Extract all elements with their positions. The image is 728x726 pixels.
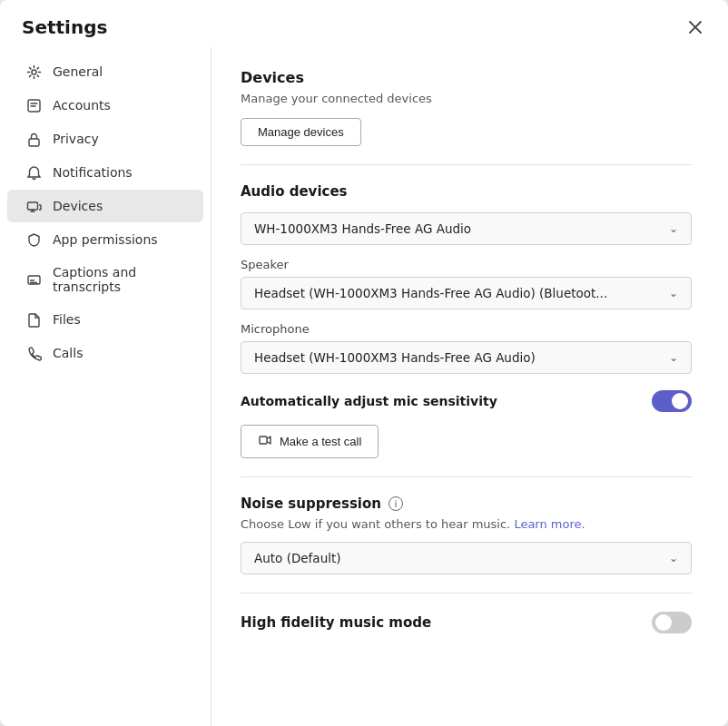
sidebar-label-accounts: Accounts bbox=[53, 98, 111, 113]
title-bar: Settings bbox=[0, 0, 728, 47]
divider-2 bbox=[241, 476, 692, 477]
speaker-dropdown[interactable]: Headset (WH-1000XM3 Hands-Free AG Audio)… bbox=[241, 277, 692, 309]
test-call-button[interactable]: Make a test call bbox=[241, 425, 379, 458]
audio-devices-title: Audio devices bbox=[241, 183, 692, 200]
learn-more-link[interactable]: Learn more. bbox=[514, 517, 585, 531]
toggle-track[interactable] bbox=[652, 390, 692, 412]
sidebar: General Accounts Priva bbox=[0, 47, 211, 726]
noise-title: Noise suppression bbox=[241, 495, 381, 512]
microphone-dropdown[interactable]: Headset (WH-1000XM3 Hands-Free AG Audio)… bbox=[241, 341, 692, 374]
main-content: Devices Manage your connected devices Ma… bbox=[211, 47, 728, 726]
microphone-value: Headset (WH-1000XM3 Hands-Free AG Audio) bbox=[254, 350, 536, 365]
sidebar-item-accounts[interactable]: Accounts bbox=[7, 89, 203, 122]
sidebar-item-app-permissions[interactable]: App permissions bbox=[7, 223, 203, 256]
speaker-chevron-icon: ⌄ bbox=[669, 287, 678, 299]
test-call-label: Make a test call bbox=[280, 435, 361, 448]
noise-suppression-section: Noise suppression i Choose Low if you wa… bbox=[241, 495, 692, 574]
audio-device-value: WH-1000XM3 Hands-Free AG Audio bbox=[254, 221, 471, 236]
noise-header: Noise suppression i bbox=[241, 495, 692, 512]
devices-subtitle: Manage your connected devices bbox=[241, 92, 692, 105]
lock-icon bbox=[25, 131, 42, 147]
sidebar-label-notifications: Notifications bbox=[53, 165, 133, 180]
sidebar-item-captions[interactable]: Captions and transcripts bbox=[7, 257, 203, 302]
sidebar-item-devices[interactable]: Devices bbox=[7, 190, 203, 222]
devices-icon bbox=[25, 198, 42, 214]
sidebar-item-files[interactable]: Files bbox=[7, 303, 203, 336]
microphone-label: Microphone bbox=[241, 322, 692, 336]
hifi-toggle[interactable] bbox=[652, 612, 692, 633]
content-area: General Accounts Priva bbox=[0, 47, 728, 726]
noise-value: Auto (Default) bbox=[254, 551, 341, 565]
hifi-toggle-track[interactable] bbox=[652, 612, 692, 633]
divider-1 bbox=[241, 164, 692, 165]
divider-3 bbox=[241, 593, 692, 594]
sidebar-label-privacy: Privacy bbox=[53, 132, 99, 146]
svg-rect-5 bbox=[260, 437, 267, 444]
auto-adjust-row: Automatically adjust mic sensitivity bbox=[241, 390, 692, 412]
accounts-icon bbox=[25, 97, 42, 113]
shield-icon bbox=[25, 231, 42, 248]
audio-chevron-icon: ⌄ bbox=[669, 222, 678, 235]
sidebar-item-notifications[interactable]: Notifications bbox=[7, 156, 203, 189]
phone-test-icon bbox=[258, 433, 272, 450]
devices-title: Devices bbox=[241, 69, 692, 86]
auto-adjust-toggle[interactable] bbox=[652, 390, 692, 412]
toggle-thumb bbox=[672, 393, 688, 409]
svg-rect-2 bbox=[29, 139, 39, 146]
svg-rect-3 bbox=[27, 202, 37, 210]
window-title: Settings bbox=[22, 16, 107, 38]
sidebar-item-privacy[interactable]: Privacy bbox=[7, 123, 203, 155]
gear-icon bbox=[25, 64, 42, 80]
audio-device-dropdown[interactable]: WH-1000XM3 Hands-Free AG Audio ⌄ bbox=[241, 212, 692, 245]
sidebar-item-calls[interactable]: Calls bbox=[7, 337, 203, 369]
speaker-value: Headset (WH-1000XM3 Hands-Free AG Audio)… bbox=[254, 286, 607, 300]
info-icon[interactable]: i bbox=[389, 496, 403, 511]
noise-description: Choose Low if you want others to hear mu… bbox=[241, 517, 692, 531]
svg-point-0 bbox=[32, 70, 36, 74]
sidebar-label-devices: Devices bbox=[53, 199, 103, 213]
phone-icon bbox=[25, 345, 42, 361]
auto-adjust-label: Automatically adjust mic sensitivity bbox=[241, 394, 497, 408]
hifi-label: High fidelity music mode bbox=[241, 614, 431, 631]
settings-window: Settings General bbox=[0, 0, 728, 726]
sidebar-label-app-permissions: App permissions bbox=[53, 232, 158, 247]
noise-chevron-icon: ⌄ bbox=[669, 552, 678, 564]
close-button[interactable] bbox=[684, 16, 706, 38]
sidebar-label-files: Files bbox=[53, 312, 81, 327]
microphone-chevron-icon: ⌄ bbox=[669, 351, 678, 364]
close-icon bbox=[688, 20, 703, 34]
hifi-row: High fidelity music mode bbox=[241, 612, 692, 633]
sidebar-label-captions: Captions and transcripts bbox=[53, 265, 185, 294]
sidebar-label-general: General bbox=[53, 64, 103, 79]
bell-icon bbox=[25, 164, 42, 181]
file-icon bbox=[25, 311, 42, 328]
speaker-label: Speaker bbox=[241, 258, 692, 271]
captions-icon bbox=[25, 271, 42, 288]
audio-devices-section: Audio devices WH-1000XM3 Hands-Free AG A… bbox=[241, 183, 692, 374]
sidebar-label-calls: Calls bbox=[53, 346, 83, 360]
hifi-toggle-thumb bbox=[655, 614, 672, 631]
sidebar-item-general[interactable]: General bbox=[7, 55, 203, 88]
manage-devices-button[interactable]: Manage devices bbox=[241, 118, 361, 146]
noise-dropdown[interactable]: Auto (Default) ⌄ bbox=[241, 542, 692, 574]
devices-section: Devices Manage your connected devices Ma… bbox=[241, 69, 692, 146]
